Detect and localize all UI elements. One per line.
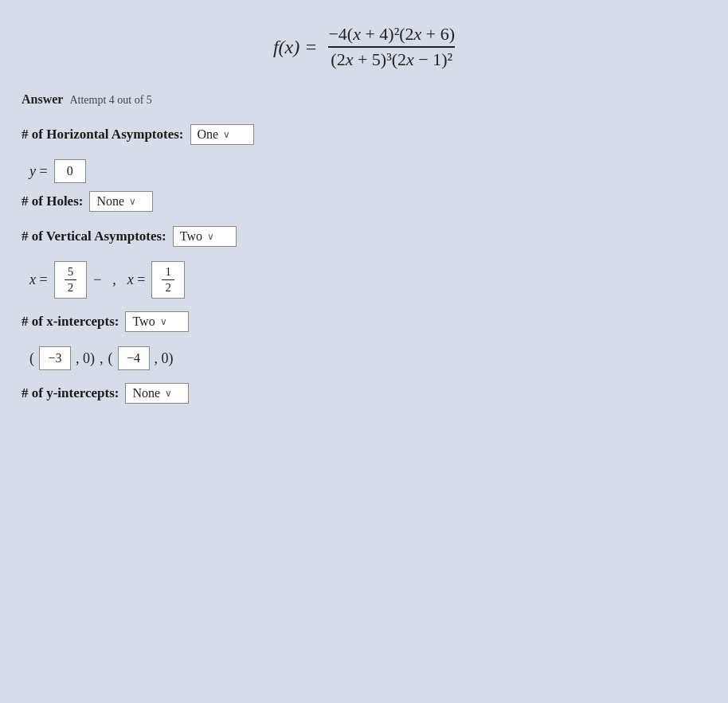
y-value-input[interactable]: 0 xyxy=(54,159,86,183)
chevron-down-icon: ∨ xyxy=(223,129,230,141)
x2-denominator: 2 xyxy=(162,280,174,295)
formula-section: f(x) = −4(x + 4)²(2x + 6) (2x + 5)³(2x −… xyxy=(22,24,706,70)
formula-display: f(x) = −4(x + 4)²(2x + 6) (2x + 5)³(2x −… xyxy=(273,24,455,70)
formula-fraction: −4(x + 4)²(2x + 6) (2x + 5)³(2x − 1)² xyxy=(328,24,455,70)
comma-between: , xyxy=(100,350,104,367)
x2-fraction-input[interactable]: 1 2 xyxy=(151,261,185,299)
vertical-asymptotes-dropdown[interactable]: Two ∨ xyxy=(173,226,237,247)
x1-numerator: 5 xyxy=(65,265,77,280)
comma-1: , 0) xyxy=(76,350,95,367)
x1-fraction-input[interactable]: 5 2 xyxy=(54,261,88,299)
paren-open-1: ( xyxy=(29,350,34,367)
holes-row: # of Holes: None ∨ xyxy=(22,191,706,212)
y-intercepts-row: # of y-intercepts: None ∨ xyxy=(22,383,706,404)
chevron-down-icon-3: ∨ xyxy=(207,231,214,243)
holes-dropdown[interactable]: None ∨ xyxy=(89,191,153,212)
x-intercepts-dropdown[interactable]: Two ∨ xyxy=(125,311,189,332)
x1-equals-label: x = xyxy=(29,271,48,288)
y-intercepts-value: None xyxy=(132,386,160,400)
answer-header: Answer Attempt 4 out of 5 xyxy=(22,92,706,107)
x-intercept-2-input[interactable]: −4 xyxy=(118,346,150,370)
comma-separator: , xyxy=(112,271,116,288)
chevron-down-icon-5: ∨ xyxy=(165,388,172,400)
x-intercept-values-row: ( −3 , 0) , ( −4 , 0) xyxy=(29,346,706,370)
vertical-asymptotes-value: Two xyxy=(180,229,202,244)
x-intercepts-label: # of x-intercepts: xyxy=(22,314,119,330)
vertical-asymptotes-row: # of Vertical Asymptotes: Two ∨ xyxy=(22,226,706,247)
x1-denominator: 2 xyxy=(65,280,77,295)
x-intercept-1-input[interactable]: −3 xyxy=(39,346,71,370)
answer-section: Answer Attempt 4 out of 5 # of Horizonta… xyxy=(22,92,706,418)
holes-label: # of Holes: xyxy=(22,193,83,209)
answer-label: Answer xyxy=(22,92,63,106)
y-equals-label: y = xyxy=(29,163,48,180)
y-value-row: y = 0 xyxy=(29,159,706,183)
x1-sign: − xyxy=(93,271,101,288)
horizontal-asymptotes-label: # of Horizontal Asymptotes: xyxy=(22,127,184,143)
x-intercepts-value: Two xyxy=(132,314,155,329)
vertical-asymptotes-label: # of Vertical Asymptotes: xyxy=(22,228,166,244)
holes-value: None xyxy=(96,194,124,209)
vertical-asymptote-values-row: x = 5 2 − , x = 1 2 xyxy=(29,261,706,299)
paren-open-2: ( xyxy=(108,350,113,367)
y-intercepts-label: # of y-intercepts: xyxy=(22,385,119,401)
horizontal-asymptotes-row: # of Horizontal Asymptotes: One ∨ xyxy=(22,124,706,145)
x-intercepts-row: # of x-intercepts: Two ∨ xyxy=(22,311,706,332)
attempt-label: Attempt 4 out of 5 xyxy=(69,94,151,106)
intercept-group: ( −3 , 0) , ( −4 , 0) xyxy=(29,346,174,370)
horizontal-asymptotes-dropdown[interactable]: One ∨ xyxy=(190,124,254,145)
horizontal-asymptotes-value: One xyxy=(198,127,219,142)
formula-denominator: (2x + 5)³(2x − 1)² xyxy=(331,48,452,70)
chevron-down-icon-4: ∨ xyxy=(160,316,167,328)
x2-equals-label: x = xyxy=(127,271,146,288)
formula-numerator: −4(x + 4)²(2x + 6) xyxy=(328,24,455,48)
comma-2: , 0) xyxy=(155,350,174,367)
chevron-down-icon-2: ∨ xyxy=(129,196,136,208)
main-container: f(x) = −4(x + 4)²(2x + 6) (2x + 5)³(2x −… xyxy=(22,24,706,418)
y-intercepts-dropdown[interactable]: None ∨ xyxy=(125,383,189,404)
formula-lhs: f(x) = xyxy=(273,37,318,58)
x2-numerator: 1 xyxy=(162,265,174,280)
